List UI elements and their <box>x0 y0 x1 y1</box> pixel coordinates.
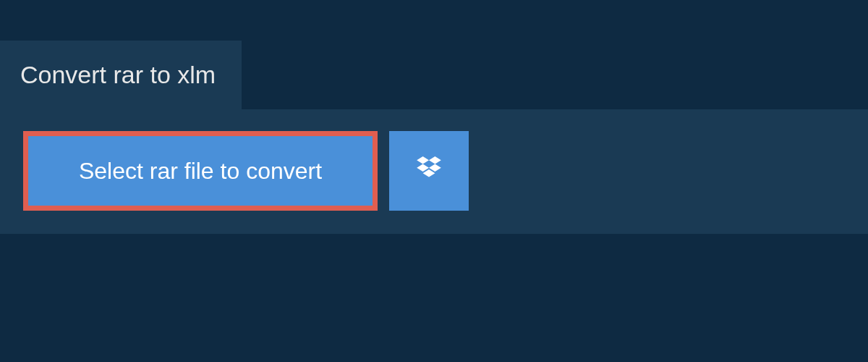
tab-header: Convert rar to xlm <box>0 41 242 109</box>
dropbox-icon <box>414 155 444 188</box>
page-title: Convert rar to xlm <box>20 61 216 89</box>
controls-panel: Select rar file to convert <box>0 109 868 234</box>
dropbox-button[interactable] <box>389 131 469 211</box>
select-file-label: Select rar file to convert <box>79 158 322 185</box>
select-file-button[interactable]: Select rar file to convert <box>23 131 378 211</box>
